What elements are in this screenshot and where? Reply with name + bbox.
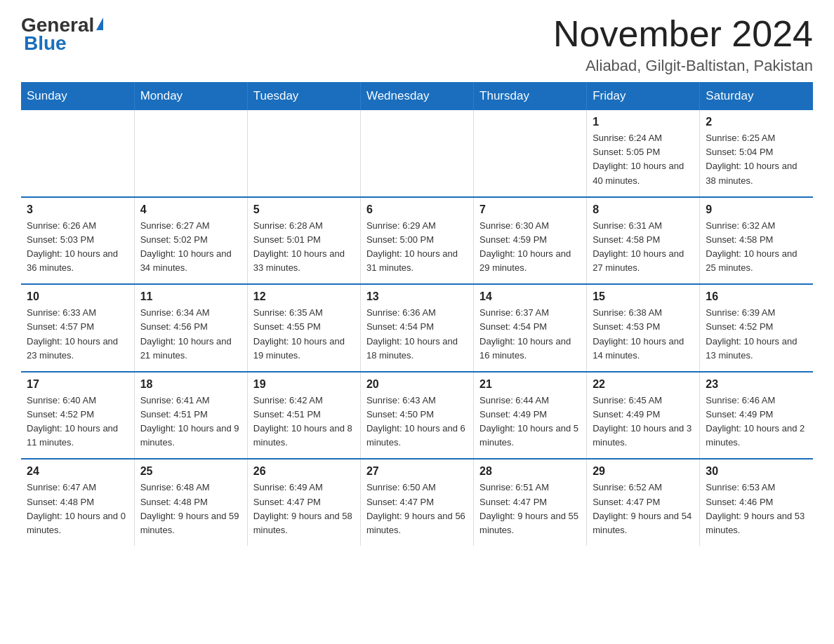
day-info: Sunrise: 6:27 AM Sunset: 5:02 PM Dayligh… xyxy=(140,219,241,276)
calendar-cell xyxy=(360,110,473,197)
calendar-cell: 29Sunrise: 6:52 AM Sunset: 4:47 PM Dayli… xyxy=(587,459,700,546)
day-info: Sunrise: 6:52 AM Sunset: 4:47 PM Dayligh… xyxy=(593,481,694,537)
calendar-week-4: 17Sunrise: 6:40 AM Sunset: 4:52 PM Dayli… xyxy=(21,372,813,459)
day-info: Sunrise: 6:42 AM Sunset: 4:51 PM Dayligh… xyxy=(253,394,355,450)
calendar-cell: 1Sunrise: 6:24 AM Sunset: 5:05 PM Daylig… xyxy=(587,110,700,197)
logo-blue-text: Blue xyxy=(24,32,67,55)
day-info: Sunrise: 6:48 AM Sunset: 4:48 PM Dayligh… xyxy=(140,481,241,537)
calendar-cell: 11Sunrise: 6:34 AM Sunset: 4:56 PM Dayli… xyxy=(134,284,247,372)
calendar-cell: 25Sunrise: 6:48 AM Sunset: 4:48 PM Dayli… xyxy=(134,459,247,546)
header-saturday: Saturday xyxy=(700,82,813,110)
day-info: Sunrise: 6:26 AM Sunset: 5:03 PM Dayligh… xyxy=(27,219,128,276)
calendar-cell xyxy=(474,110,587,197)
day-number: 11 xyxy=(140,290,241,303)
day-info: Sunrise: 6:34 AM Sunset: 4:56 PM Dayligh… xyxy=(140,306,241,363)
day-number: 2 xyxy=(706,116,807,128)
calendar-cell: 30Sunrise: 6:53 AM Sunset: 4:46 PM Dayli… xyxy=(700,459,813,546)
day-info: Sunrise: 6:37 AM Sunset: 4:54 PM Dayligh… xyxy=(479,306,581,363)
calendar-cell: 8Sunrise: 6:31 AM Sunset: 4:58 PM Daylig… xyxy=(587,197,700,285)
day-number: 18 xyxy=(140,378,241,391)
day-number: 24 xyxy=(27,465,128,478)
calendar-title: November 2024 xyxy=(553,14,813,54)
calendar-cell: 28Sunrise: 6:51 AM Sunset: 4:47 PM Dayli… xyxy=(474,459,587,546)
day-info: Sunrise: 6:47 AM Sunset: 4:48 PM Dayligh… xyxy=(27,481,128,537)
calendar-cell: 22Sunrise: 6:45 AM Sunset: 4:49 PM Dayli… xyxy=(587,372,700,459)
day-number: 10 xyxy=(27,290,128,303)
header-sunday: Sunday xyxy=(21,82,134,110)
day-info: Sunrise: 6:31 AM Sunset: 4:58 PM Dayligh… xyxy=(593,219,694,276)
day-number: 1 xyxy=(593,116,694,128)
day-info: Sunrise: 6:38 AM Sunset: 4:53 PM Dayligh… xyxy=(593,306,694,363)
calendar-cell: 20Sunrise: 6:43 AM Sunset: 4:50 PM Dayli… xyxy=(360,372,473,459)
calendar-cell xyxy=(134,110,247,197)
day-info: Sunrise: 6:45 AM Sunset: 4:49 PM Dayligh… xyxy=(593,394,694,450)
day-info: Sunrise: 6:29 AM Sunset: 5:00 PM Dayligh… xyxy=(366,219,468,276)
day-info: Sunrise: 6:28 AM Sunset: 5:01 PM Dayligh… xyxy=(253,219,355,276)
day-number: 7 xyxy=(479,203,581,216)
header-wednesday: Wednesday xyxy=(360,82,473,110)
day-number: 17 xyxy=(27,378,128,391)
header-monday: Monday xyxy=(134,82,247,110)
calendar-cell: 23Sunrise: 6:46 AM Sunset: 4:49 PM Dayli… xyxy=(700,372,813,459)
calendar-cell xyxy=(21,110,134,197)
day-number: 26 xyxy=(253,465,355,478)
calendar-cell: 27Sunrise: 6:50 AM Sunset: 4:47 PM Dayli… xyxy=(360,459,473,546)
day-info: Sunrise: 6:44 AM Sunset: 4:49 PM Dayligh… xyxy=(479,394,581,450)
day-info: Sunrise: 6:50 AM Sunset: 4:47 PM Dayligh… xyxy=(366,481,468,537)
day-number: 30 xyxy=(706,465,807,478)
day-info: Sunrise: 6:36 AM Sunset: 4:54 PM Dayligh… xyxy=(366,306,468,363)
day-number: 22 xyxy=(593,378,694,391)
calendar-cell: 17Sunrise: 6:40 AM Sunset: 4:52 PM Dayli… xyxy=(21,372,134,459)
title-block: November 2024 Aliabad, Gilgit-Baltistan,… xyxy=(553,14,813,75)
calendar-cell: 21Sunrise: 6:44 AM Sunset: 4:49 PM Dayli… xyxy=(474,372,587,459)
day-number: 5 xyxy=(253,203,355,216)
day-number: 8 xyxy=(593,203,694,216)
day-number: 27 xyxy=(366,465,468,478)
day-info: Sunrise: 6:43 AM Sunset: 4:50 PM Dayligh… xyxy=(366,394,468,450)
logo-arrow-icon xyxy=(96,18,103,30)
calendar-cell: 14Sunrise: 6:37 AM Sunset: 4:54 PM Dayli… xyxy=(474,284,587,372)
day-number: 20 xyxy=(366,378,468,391)
day-info: Sunrise: 6:46 AM Sunset: 4:49 PM Dayligh… xyxy=(706,394,807,450)
calendar-cell: 10Sunrise: 6:33 AM Sunset: 4:57 PM Dayli… xyxy=(21,284,134,372)
day-info: Sunrise: 6:33 AM Sunset: 4:57 PM Dayligh… xyxy=(27,306,128,363)
calendar-cell: 3Sunrise: 6:26 AM Sunset: 5:03 PM Daylig… xyxy=(21,197,134,285)
day-number: 6 xyxy=(366,203,468,216)
day-number: 12 xyxy=(253,290,355,303)
day-number: 4 xyxy=(140,203,241,216)
day-number: 9 xyxy=(706,203,807,216)
calendar-cell: 7Sunrise: 6:30 AM Sunset: 4:59 PM Daylig… xyxy=(474,197,587,285)
calendar-week-3: 10Sunrise: 6:33 AM Sunset: 4:57 PM Dayli… xyxy=(21,284,813,372)
day-info: Sunrise: 6:53 AM Sunset: 4:46 PM Dayligh… xyxy=(706,481,807,537)
calendar-week-5: 24Sunrise: 6:47 AM Sunset: 4:48 PM Dayli… xyxy=(21,459,813,546)
day-info: Sunrise: 6:30 AM Sunset: 4:59 PM Dayligh… xyxy=(479,219,581,276)
calendar-week-2: 3Sunrise: 6:26 AM Sunset: 5:03 PM Daylig… xyxy=(21,197,813,285)
day-number: 15 xyxy=(593,290,694,303)
header-tuesday: Tuesday xyxy=(247,82,360,110)
calendar-week-1: 1Sunrise: 6:24 AM Sunset: 5:05 PM Daylig… xyxy=(21,110,813,197)
day-info: Sunrise: 6:24 AM Sunset: 5:05 PM Dayligh… xyxy=(593,131,694,188)
day-number: 21 xyxy=(479,378,581,391)
day-number: 16 xyxy=(706,290,807,303)
calendar-header-row: SundayMondayTuesdayWednesdayThursdayFrid… xyxy=(21,82,813,110)
calendar-subtitle: Aliabad, Gilgit-Baltistan, Pakistan xyxy=(553,57,813,75)
day-info: Sunrise: 6:41 AM Sunset: 4:51 PM Dayligh… xyxy=(140,394,241,450)
calendar-cell: 15Sunrise: 6:38 AM Sunset: 4:53 PM Dayli… xyxy=(587,284,700,372)
calendar-cell: 6Sunrise: 6:29 AM Sunset: 5:00 PM Daylig… xyxy=(360,197,473,285)
day-number: 28 xyxy=(479,465,581,478)
page-header: General Blue November 2024 Aliabad, Gilg… xyxy=(21,14,813,75)
day-info: Sunrise: 6:25 AM Sunset: 5:04 PM Dayligh… xyxy=(706,131,807,188)
day-info: Sunrise: 6:49 AM Sunset: 4:47 PM Dayligh… xyxy=(253,481,355,537)
day-number: 25 xyxy=(140,465,241,478)
header-friday: Friday xyxy=(587,82,700,110)
day-number: 14 xyxy=(479,290,581,303)
calendar-cell: 5Sunrise: 6:28 AM Sunset: 5:01 PM Daylig… xyxy=(247,197,360,285)
day-info: Sunrise: 6:51 AM Sunset: 4:47 PM Dayligh… xyxy=(479,481,581,537)
calendar-cell: 12Sunrise: 6:35 AM Sunset: 4:55 PM Dayli… xyxy=(247,284,360,372)
day-number: 29 xyxy=(593,465,694,478)
calendar-cell: 26Sunrise: 6:49 AM Sunset: 4:47 PM Dayli… xyxy=(247,459,360,546)
calendar-cell: 4Sunrise: 6:27 AM Sunset: 5:02 PM Daylig… xyxy=(134,197,247,285)
day-number: 3 xyxy=(27,203,128,216)
day-info: Sunrise: 6:39 AM Sunset: 4:52 PM Dayligh… xyxy=(706,306,807,363)
calendar-cell: 13Sunrise: 6:36 AM Sunset: 4:54 PM Dayli… xyxy=(360,284,473,372)
